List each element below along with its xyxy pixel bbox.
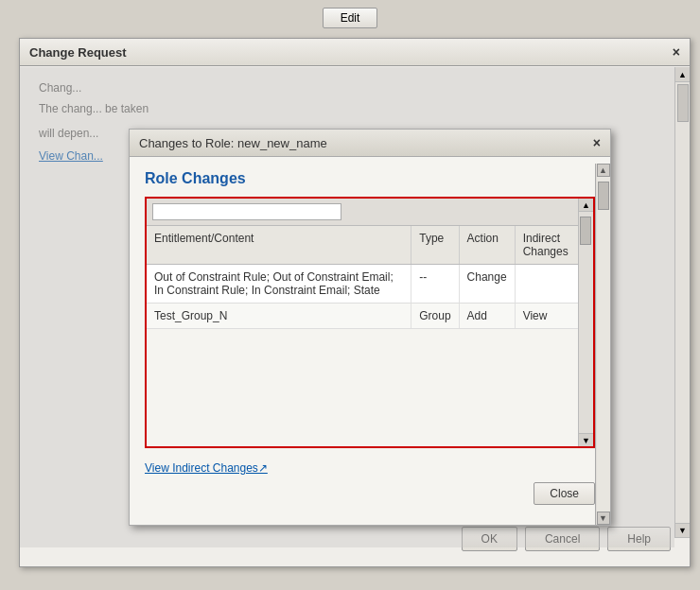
inner-dialog-title: Changes to Role: new_new_name — [139, 136, 327, 150]
table-scroll-down-arrow[interactable]: ▼ — [579, 433, 593, 446]
table-row: Test_Group_N Group Add View — [147, 304, 593, 329]
role-changes-table-container: Entitlement/Content Type Action Indirect… — [145, 197, 595, 448]
view-indirect-changes-link[interactable]: View Indirect Changes↗ — [145, 461, 595, 475]
role-changes-table: Entitlement/Content Type Action Indirect… — [147, 226, 593, 329]
cell-type-0: -- — [411, 265, 459, 304]
inner-scroll-up-arrow[interactable]: ▲ — [597, 164, 610, 177]
col-type: Type — [411, 226, 459, 265]
outer-dialog-title: Change Request — [29, 45, 127, 60]
inner-dialog-footer: Close — [145, 482, 595, 505]
cell-action-1: Add — [459, 304, 515, 329]
outer-dialog-close-button[interactable]: × — [673, 44, 680, 60]
table-scroll-up-arrow[interactable]: ▲ — [579, 199, 593, 212]
cell-action-0: Change — [459, 265, 515, 304]
outer-scroll-down-arrow[interactable]: ▼ — [675, 523, 690, 538]
outer-dialog-scrollbar[interactable]: ▲ ▼ — [674, 67, 690, 538]
outer-scroll-thumb[interactable] — [677, 84, 689, 122]
inner-dialog-close-button[interactable]: × — [593, 135, 601, 150]
table-toolbar — [147, 199, 593, 226]
outer-scroll-track — [675, 82, 690, 523]
table-filter-input[interactable] — [152, 203, 341, 220]
inner-scroll-thumb[interactable] — [598, 182, 609, 210]
outer-dialog: Change Request × Chang... The chang... b… — [19, 38, 691, 567]
cell-entitlement-1: Test_Group_N — [147, 304, 411, 329]
table-scroll-thumb[interactable] — [580, 217, 591, 245]
close-button[interactable]: Close — [534, 482, 595, 505]
table-row: Out of Constraint Rule; Out of Constrain… — [147, 265, 593, 304]
inner-scroll-down-arrow[interactable]: ▼ — [597, 512, 610, 525]
inner-scroll-track — [597, 177, 610, 512]
cell-type-1: Group — [411, 304, 459, 329]
table-scroll-track — [579, 212, 593, 433]
table-scroll-area[interactable]: Entitlement/Content Type Action Indirect… — [147, 226, 593, 448]
inner-dialog-body: Role Changes Entitlement/Content Type Ac… — [130, 157, 610, 518]
cell-entitlement-0: Out of Constraint Rule; Out of Constrain… — [147, 265, 411, 304]
outer-dialog-titlebar: Change Request × — [20, 39, 690, 66]
col-entitlement: Entitlement/Content — [147, 226, 411, 265]
role-changes-heading: Role Changes — [145, 170, 595, 187]
col-action: Action — [459, 226, 515, 265]
inner-dialog-scrollbar[interactable]: ▲ ▼ — [595, 164, 610, 525]
inner-dialog-titlebar: Changes to Role: new_new_name × — [130, 130, 610, 157]
table-scrollbar[interactable]: ▲ ▼ — [578, 199, 593, 446]
inner-dialog: Changes to Role: new_new_name × Role Cha… — [129, 129, 611, 526]
edit-button[interactable]: Edit — [323, 8, 378, 28]
outer-scroll-up-arrow[interactable]: ▲ — [675, 67, 690, 82]
